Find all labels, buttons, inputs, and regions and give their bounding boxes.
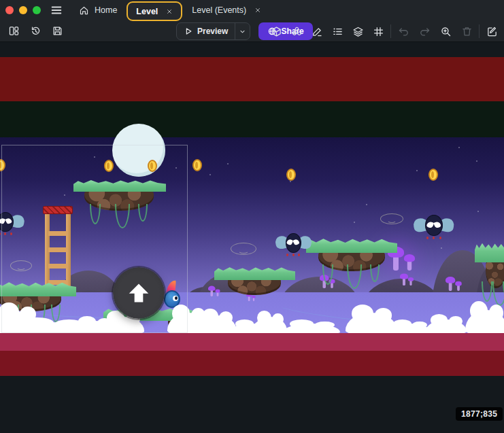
trash-button (458, 23, 475, 39)
star (227, 163, 229, 164)
tab-close-level-events[interactable] (254, 7, 261, 14)
zoom-in-button[interactable] (437, 23, 454, 39)
star (476, 160, 477, 162)
star (416, 170, 418, 171)
bottom-red-band (0, 351, 504, 376)
top-red-band (0, 57, 504, 101)
star (441, 247, 442, 249)
coin[interactable] (192, 159, 202, 171)
platform-island[interactable] (306, 238, 397, 300)
mushroom-cap (404, 254, 415, 262)
bat-claw (0, 232, 1, 235)
mushroom-cap (400, 273, 408, 279)
tab-label: Home (95, 5, 117, 15)
hanging-vine (347, 264, 362, 289)
platform-grass (306, 238, 397, 253)
toolbar-right-group (268, 23, 500, 39)
edit-pencil-button[interactable] (309, 23, 325, 39)
panel-layout-button[interactable] (5, 23, 22, 39)
scene-properties-button[interactable] (484, 23, 500, 39)
save-button[interactable] (49, 23, 65, 39)
instances-list-button[interactable] (329, 23, 346, 39)
redo-button (416, 23, 433, 39)
bat-eye (426, 220, 434, 228)
bottom-pink-band (0, 333, 504, 351)
main-menu-button[interactable] (49, 3, 64, 18)
bat-claw (426, 237, 429, 239)
bat-enemy[interactable] (415, 215, 453, 238)
cloud (426, 319, 467, 334)
star (290, 181, 291, 182)
platform-grass (214, 266, 295, 280)
mushroom-cap (455, 281, 462, 286)
hanging-vine (370, 264, 380, 282)
object-groups-button[interactable] (288, 23, 305, 39)
tab-level[interactable]: Level (127, 1, 182, 21)
coin[interactable] (286, 169, 296, 181)
cloud (283, 324, 340, 334)
undo-button (395, 23, 411, 39)
purple-mushroom (400, 273, 414, 285)
star (209, 174, 211, 175)
preview-button-label: Preview (197, 27, 228, 36)
tab-label: Level (Events) (192, 5, 246, 15)
purple-mushroom (446, 275, 463, 291)
star (354, 222, 355, 223)
cloud (465, 310, 504, 334)
window-controls (5, 6, 41, 14)
bat-claw (298, 254, 300, 256)
tab-close-level[interactable] (166, 8, 173, 15)
star (477, 211, 479, 212)
jump-button[interactable] (113, 267, 165, 319)
star (366, 204, 367, 205)
titlebar: HomeLevelLevel (Events) (0, 0, 504, 20)
coin[interactable] (429, 169, 438, 181)
tab-home[interactable]: Home (71, 1, 125, 20)
toolbar-divider (479, 24, 480, 38)
cloud (253, 317, 287, 334)
preview-button[interactable]: Preview (176, 22, 250, 40)
window-minimize-button[interactable] (19, 6, 27, 14)
grid-button[interactable] (370, 23, 386, 39)
ellipse-outline-object[interactable] (380, 213, 403, 224)
cursor-coordinates-badge: 1877;835 (456, 407, 503, 421)
layers-button[interactable] (350, 23, 366, 39)
bat-head (286, 233, 301, 253)
tab-label: Level (136, 7, 158, 16)
window-close-button[interactable] (5, 6, 14, 14)
ellipse-outline-object[interactable] (231, 243, 256, 255)
hanging-vine (322, 264, 333, 285)
bat-eye (286, 239, 293, 245)
toolbar-left-group (5, 23, 65, 39)
bat-claw (439, 237, 441, 239)
cloud (388, 324, 431, 334)
star (458, 147, 460, 148)
toolbar-divider (390, 24, 391, 38)
mushroom-cap (446, 277, 455, 283)
objects-3d-button[interactable] (268, 23, 284, 39)
tab-strip: HomeLevelLevel (Events) (71, 0, 269, 20)
bat-enemy[interactable] (276, 233, 310, 255)
backdrop-dark-band (0, 101, 504, 137)
preview-options-button[interactable] (235, 23, 250, 39)
history-button[interactable] (27, 23, 44, 39)
hanging-vine (482, 281, 492, 302)
home-icon (79, 5, 89, 16)
bat-claw (292, 254, 295, 256)
bat-claw (286, 254, 288, 256)
bat-head (425, 215, 443, 236)
bat-eye (293, 239, 300, 245)
window-zoom-button[interactable] (33, 6, 41, 14)
platform-grass (475, 242, 504, 262)
editor-toolbar: Preview Share (0, 20, 504, 42)
scene-editor-canvas[interactable]: 1877;835 (0, 42, 504, 433)
mushroom-cap (408, 277, 414, 281)
tab-level-events[interactable]: Level (Events) (184, 1, 269, 20)
play-icon (184, 27, 193, 36)
bat-eye (434, 220, 441, 228)
